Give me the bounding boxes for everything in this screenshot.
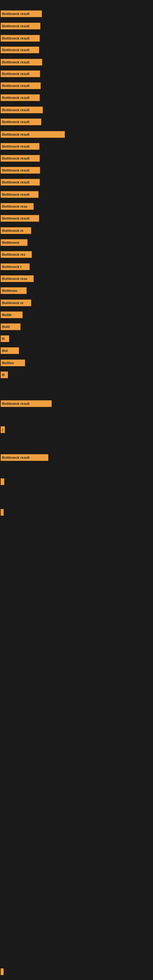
bottleneck-bar[interactable]: Bottleneck result — [1, 83, 41, 89]
bar-row — [1, 478, 4, 485]
bar-row: Bottl — [1, 323, 21, 330]
bar-row: Bottleneck result — [1, 155, 40, 162]
bottleneck-bar[interactable] — [1, 968, 4, 975]
bar-row: Bottleneck res — [1, 251, 32, 258]
bar-label: Bottleneck re — [2, 229, 24, 232]
bar-label: Bottleneck result — [2, 96, 29, 100]
bottleneck-bar[interactable] — [1, 478, 4, 485]
bar-row: Bottleneck result — [1, 10, 42, 17]
bottleneck-bar[interactable]: Bottleneck result — [1, 143, 40, 150]
bottleneck-bar[interactable]: Bottle — [1, 312, 22, 318]
bar-row: Bottleneck resu — [1, 275, 33, 282]
bar-row: Bottleneck re — [1, 227, 31, 234]
bar-row: Bottleneck result — [1, 83, 41, 89]
bar-row: Bottleneck result — [1, 454, 48, 461]
bar-row: Bottlenec — [1, 287, 27, 294]
bar-row: Bottleneck result — [1, 46, 39, 53]
bar-row: Bottleneck result — [1, 59, 42, 65]
bottleneck-bar[interactable]: Bottl — [1, 323, 21, 330]
bar-label: Bottleneck result — [2, 192, 29, 196]
bar-label: Bottleneck result — [2, 145, 29, 148]
bar-label: Bottleneck result — [2, 37, 29, 40]
bottleneck-bar[interactable]: Bottleneck result — [1, 167, 40, 173]
bar-label: Bottleneck res — [2, 253, 26, 256]
bar-row: Bottleneck — [1, 239, 27, 246]
bar-label: Bottleneck result — [2, 216, 29, 220]
bottleneck-bar[interactable]: Bottleneck re — [1, 227, 31, 234]
bottleneck-bar[interactable]: | — [1, 426, 5, 433]
bar-row: Bottleneck result — [1, 143, 40, 150]
bar-label: Bottlen — [2, 361, 14, 365]
bar-label: Bottleneck re — [2, 301, 24, 305]
bottleneck-bar[interactable] — [1, 509, 4, 516]
bar-label: Bottleneck result — [2, 24, 29, 28]
bar-label: Bottleneck r — [2, 265, 22, 269]
bar-row — [1, 509, 4, 516]
bottleneck-bar[interactable]: Bottleneck r — [1, 263, 30, 270]
bar-label: Bottleneck resu — [2, 205, 27, 208]
bottleneck-bar[interactable]: Bottleneck result — [1, 94, 40, 101]
bottleneck-bar[interactable]: Bottleneck result — [1, 107, 43, 113]
bar-row: Bottleneck result — [1, 94, 40, 101]
bottleneck-bar[interactable]: Bottleneck result — [1, 10, 42, 17]
bottleneck-bar[interactable]: Bottleneck result — [1, 400, 52, 407]
bar-label: Bottl — [2, 325, 10, 329]
bar-label: Bottleneck result — [2, 120, 29, 124]
bottleneck-bar[interactable]: Bottleneck resu — [1, 275, 33, 282]
bottleneck-bar[interactable]: Bottleneck result — [1, 23, 40, 29]
bar-label: Bottleneck resu — [2, 277, 27, 280]
bottleneck-bar[interactable]: Bottleneck resu — [1, 203, 33, 210]
bottleneck-bar[interactable]: Bottleneck re — [1, 299, 31, 306]
bottleneck-bar[interactable]: Bottleneck result — [1, 59, 42, 65]
bottleneck-bar[interactable]: Bottlen — [1, 360, 25, 366]
bar-row: Bottleneck result — [1, 70, 40, 77]
bar-row: Bottleneck re — [1, 299, 31, 306]
bottleneck-bar[interactable]: Bottleneck result — [1, 131, 65, 138]
bottleneck-bar[interactable]: Bottlenec — [1, 287, 27, 294]
bottleneck-bar[interactable]: Bottleneck res — [1, 251, 32, 258]
bar-label: Bottleneck result — [2, 156, 29, 160]
bar-label: Bottlenec — [2, 289, 18, 293]
site-title — [0, 0, 153, 4]
bottleneck-bar[interactable]: Bot — [1, 347, 19, 354]
bottleneck-bar[interactable]: Bottleneck result — [1, 179, 40, 186]
bar-row — [1, 968, 4, 975]
bottleneck-bar[interactable]: B — [1, 335, 9, 342]
bar-row: Bottle — [1, 312, 22, 318]
bar-row: Bottleneck result — [1, 191, 38, 198]
bar-row: Bot — [1, 347, 19, 354]
bar-label: Bottleneck result — [2, 169, 29, 172]
bar-row: | — [1, 426, 5, 433]
bar-label: Bottleneck result — [2, 456, 29, 460]
bar-label: Bot — [2, 349, 8, 353]
bar-label: Bottleneck — [2, 241, 19, 244]
bar-row: Bottleneck result — [1, 35, 40, 41]
bar-row: Bottleneck result — [1, 400, 52, 407]
bar-row: Bottleneck result — [1, 167, 40, 173]
bar-label: Bottleneck result — [2, 402, 29, 406]
bar-label: Bottleneck result — [2, 60, 29, 64]
bottleneck-bar[interactable]: Bottleneck result — [1, 70, 40, 77]
bar-label: | — [2, 428, 3, 431]
bar-label: Bottleneck result — [2, 72, 29, 76]
bar-row: Bottlen — [1, 360, 25, 366]
bar-label: Bottleneck result — [2, 133, 29, 136]
bar-label: Bottle — [2, 313, 12, 317]
bottleneck-bar[interactable]: Bottleneck result — [1, 191, 38, 198]
bar-row: Bottleneck result — [1, 131, 65, 138]
bottleneck-bar[interactable]: B — [1, 371, 8, 378]
bar-row: B — [1, 335, 9, 342]
bar-row: Bottleneck result — [1, 215, 39, 222]
bottleneck-bar[interactable]: Bottleneck result — [1, 215, 39, 222]
bottleneck-bar[interactable]: Bottleneck result — [1, 155, 40, 162]
bar-row: Bottleneck r — [1, 263, 30, 270]
bar-label: Bottleneck result — [2, 108, 29, 112]
bottleneck-bar[interactable]: Bottleneck result — [1, 35, 40, 41]
bottleneck-bar[interactable]: Bottleneck result — [1, 454, 48, 461]
bar-row: Bottleneck result — [1, 23, 40, 29]
bar-row: Bottleneck resu — [1, 203, 33, 210]
bottleneck-bar[interactable]: Bottleneck result — [1, 46, 39, 53]
bar-row: Bottleneck result — [1, 107, 43, 113]
bottleneck-bar[interactable]: Bottleneck — [1, 239, 27, 246]
bottleneck-bar[interactable]: Bottleneck result — [1, 119, 41, 125]
